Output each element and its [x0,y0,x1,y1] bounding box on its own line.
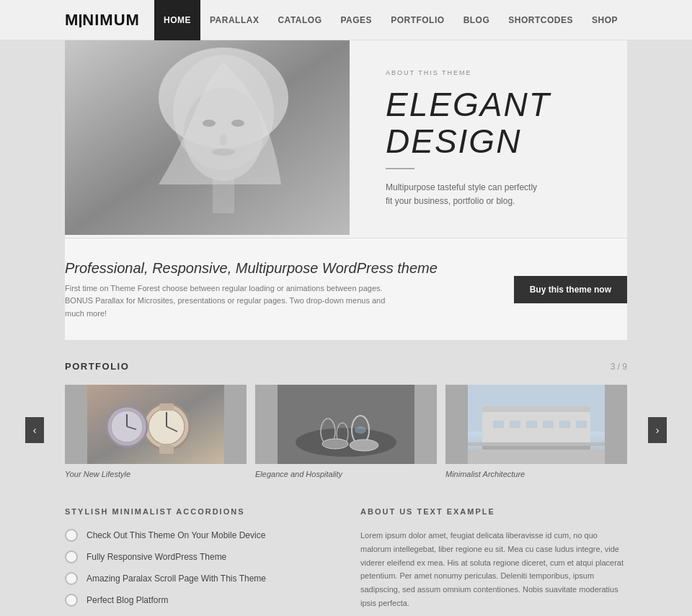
promo-text: Professional, Responsive, Multipurpose W… [65,260,514,321]
promo-description: First time on Theme Forest choose betwee… [65,282,396,321]
portfolio-grid: ‹ [65,385,627,478]
svg-rect-14 [159,403,174,411]
svg-rect-34 [526,421,537,428]
nav-portfolio[interactable]: PORTFOLIO [381,0,454,40]
accordion-label-4: Perfect Blog Platform [86,595,168,605]
nav-shop[interactable]: SHOP [582,0,627,40]
site-logo[interactable]: MNIMUM [65,11,140,30]
hero-description: Multipurpose tasteful style can perfectl… [386,181,544,208]
accordion-item[interactable]: Amazing Paralax Scroll Page With This Th… [65,572,332,585]
hero-title: ELEGANT DESIGN [386,86,598,159]
svg-rect-15 [159,445,174,454]
portfolio-item: Your New Lifestyle [65,385,247,478]
svg-rect-36 [559,421,570,428]
hero-text: ABOUT THIS THEME ELEGANT DESIGN Multipur… [350,40,627,238]
svg-rect-39 [482,446,590,450]
portfolio-item: Minimalist Architecture [445,385,627,478]
nav-home[interactable]: HOME [154,0,200,40]
promo-title: Professional, Responsive, Multipurpose W… [65,260,514,277]
promo-section: Professional, Responsive, Multipurpose W… [65,238,627,342]
nav-shortcodes[interactable]: SHORTCODES [499,0,582,40]
portfolio-image-1[interactable] [65,385,247,464]
svg-rect-33 [510,421,520,428]
portfolio-image-3[interactable] [445,385,627,464]
accordion-item[interactable]: Check Out This Theme On Your Mobile Devi… [65,529,332,542]
portfolio-caption-3: Minimalist Architecture [445,470,627,478]
portfolio-image-2[interactable] [255,385,437,464]
accordion-icon-2 [65,550,78,563]
accordions-section: STYLISH MINIMALIST ACCORDIONS Check Out … [65,507,332,616]
svg-rect-32 [493,421,504,428]
about-title: ABOUT US TEXT EXAMPLE [360,507,627,516]
header: MNIMUM HOME PARALLAX CATALOG PAGES PORTF… [0,0,692,40]
carousel-next-button[interactable]: › [648,417,667,443]
accordion-icon-4 [65,594,78,607]
accordion-label-1: Check Out This Theme On Your Mobile Devi… [86,530,265,540]
about-section: ABOUT US TEXT EXAMPLE Lorem ipsum dolor … [360,507,627,616]
svg-rect-31 [482,406,590,412]
accordion-item[interactable]: Fully Responsive WordPress Theme [65,550,332,563]
accordion-label-2: Fully Responsive WordPress Theme [86,552,226,562]
hero-label: ABOUT THIS THEME [386,69,598,76]
portfolio-section-title: PORTFOLIO [65,361,129,372]
accordion-label-3: Amazing Paralax Scroll Page With This Th… [86,573,266,584]
svg-point-25 [355,427,366,434]
accordion-item[interactable]: Perfect Blog Platform [65,594,332,607]
portfolio-caption-2: Elegance and Hospitality [255,470,437,478]
svg-rect-38 [468,442,605,446]
portfolio-header: PORTFOLIO 3 / 9 [65,361,627,372]
portfolio-section: PORTFOLIO 3 / 9 ‹ [65,341,627,493]
svg-rect-40 [468,450,605,464]
main-nav: HOME PARALLAX CATALOG PAGES PORTFOLIO BL… [154,0,627,40]
buy-button[interactable]: Buy this theme now [514,276,627,303]
svg-point-26 [322,439,348,449]
nav-pages[interactable]: PAGES [332,0,382,40]
nav-blog[interactable]: BLOG [454,0,500,40]
svg-rect-35 [543,421,554,428]
carousel-prev-button[interactable]: ‹ [25,417,44,443]
portfolio-item: Elegance and Hospitality [255,385,437,478]
svg-rect-37 [576,421,587,428]
portfolio-caption-1: Your New Lifestyle [65,470,247,478]
svg-point-27 [350,439,378,451]
accordion-icon-1 [65,529,78,542]
accordions-title: STYLISH MINIMALIST ACCORDIONS [65,507,332,516]
hero-divider [386,168,414,169]
bottom-sections: STYLISH MINIMALIST ACCORDIONS Check Out … [65,507,627,616]
hero-image [65,40,350,235]
about-text: Lorem ipsum dolor amet, feugiat delicata… [360,529,627,610]
portfolio-counter: 3 / 9 [611,362,627,372]
accordion-icon-3 [65,572,78,585]
nav-catalog[interactable]: CATALOG [268,0,331,40]
nav-parallax[interactable]: PARALLAX [200,0,268,40]
